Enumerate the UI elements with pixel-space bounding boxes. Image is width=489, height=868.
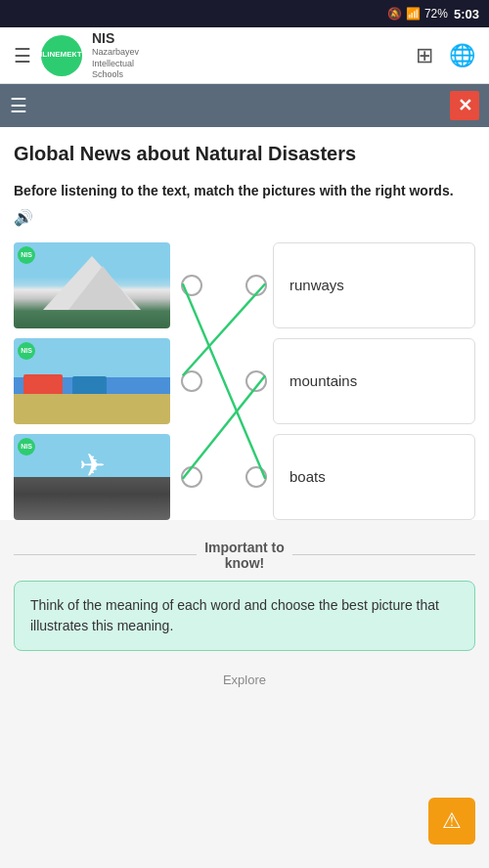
toolbar-hamburger-icon[interactable]: ☰ (10, 94, 27, 117)
page-title: Global News about Natural Disasters (14, 141, 475, 166)
badge-2: NIS (18, 342, 35, 360)
airplane-image (14, 434, 170, 520)
battery-label: 72% (424, 7, 448, 21)
nis-subtext: NazarbayevIntellectualSchools (92, 47, 139, 81)
main-content: Global News about Natural Disasters Befo… (0, 127, 489, 520)
explore-label: Explore (223, 673, 266, 687)
hamburger-icon[interactable]: ☰ (14, 44, 31, 67)
picture-mountain[interactable]: NIS (14, 242, 170, 328)
words-column: runways mountains boats (273, 242, 475, 520)
signal-icon: 📶 (406, 7, 421, 21)
connectors-column (175, 242, 273, 520)
divider-left (14, 554, 197, 555)
left-dot-2[interactable] (181, 370, 202, 392)
audio-icon[interactable]: 🔊 (14, 207, 33, 229)
pictures-column: NIS NIS NIS (14, 242, 175, 520)
word-box-1[interactable]: runways (273, 242, 475, 328)
bottom-hint: Explore (0, 665, 489, 695)
mute-icon: 🔕 (387, 7, 402, 21)
grid-icon[interactable]: ⊞ (416, 43, 433, 68)
important-section: Important toknow! (0, 540, 489, 571)
picture-boats[interactable]: NIS (14, 338, 170, 424)
connector-row-2 (175, 338, 273, 424)
word-label-1: runways (289, 277, 344, 293)
word-box-3[interactable]: boats (273, 434, 475, 520)
right-dot-3[interactable] (245, 466, 267, 488)
connector-row-1 (175, 242, 273, 328)
status-icons: 🔕 📶 72% (387, 7, 448, 21)
logo-line2: МЕКТЕП (61, 51, 93, 60)
badge-3: NIS (18, 438, 35, 456)
close-button[interactable]: ✕ (450, 91, 479, 120)
second-toolbar: ☰ ✕ (0, 84, 489, 127)
right-dot-1[interactable] (245, 275, 267, 296)
status-bar: 🔕 📶 72% 5:03 (0, 0, 489, 27)
top-nav: ☰ ONLINE МЕКТЕП NIS NazarbayevIntellectu… (0, 27, 489, 84)
picture-airplane[interactable]: NIS (14, 434, 170, 520)
word-label-3: boats (289, 468, 326, 485)
left-dot-3[interactable] (181, 466, 202, 488)
left-dot-1[interactable] (181, 275, 202, 296)
right-dot-2[interactable] (245, 370, 267, 392)
boats-image (14, 338, 170, 424)
divider-right (292, 554, 475, 555)
info-box: Think of the meaning of each word and ch… (14, 581, 475, 651)
instruction-text: Before listening to the text, match the … (14, 182, 475, 229)
logo-line1: ONLINE (30, 51, 60, 60)
logo-circle: ONLINE МЕКТЕП (41, 35, 82, 76)
nis-label: NIS (92, 29, 139, 47)
word-box-2[interactable]: mountains (273, 338, 475, 424)
nav-right: ⊞ 🌐 (416, 43, 475, 68)
info-text: Think of the meaning of each word and ch… (30, 597, 439, 633)
word-label-2: mountains (289, 372, 357, 389)
logo-text: NIS NazarbayevIntellectualSchools (92, 29, 139, 81)
important-label: Important toknow! (204, 540, 285, 571)
connector-row-3 (175, 434, 273, 520)
close-icon: ✕ (458, 95, 472, 116)
warning-icon: ⚠ (442, 808, 462, 834)
nav-left: ☰ ONLINE МЕКТЕП NIS NazarbayevIntellectu… (14, 29, 139, 81)
mountain-image (14, 242, 170, 328)
matching-exercise: NIS NIS NIS (14, 242, 475, 520)
badge-1: NIS (18, 246, 35, 264)
warning-button[interactable]: ⚠ (428, 798, 475, 845)
globe-icon[interactable]: 🌐 (449, 43, 475, 68)
status-time: 5:03 (454, 7, 479, 22)
